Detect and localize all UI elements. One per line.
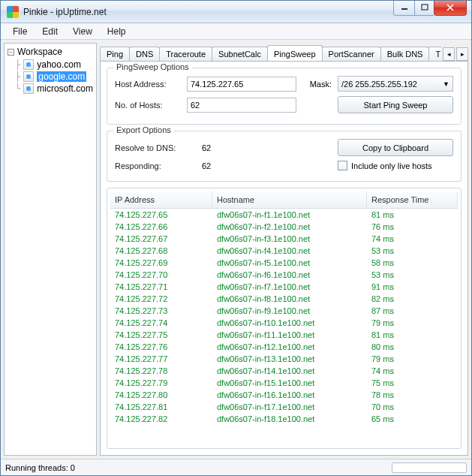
tab-scroll-left[interactable]: ◂ — [443, 47, 455, 61]
table-row[interactable]: 74.125.227.76dfw06s07-in-f12.1e100.net80… — [110, 341, 458, 353]
cell-response-time: 80 ms — [367, 342, 458, 352]
cell-hostname: dfw06s07-in-f6.1e100.net — [212, 270, 367, 280]
tabstrip: PingDNSTracerouteSubnetCalcPingSweepPort… — [100, 43, 468, 61]
cell-ip: 74.125.227.77 — [110, 354, 212, 364]
menu-help[interactable]: Help — [100, 23, 134, 39]
host-address-input[interactable] — [187, 77, 296, 92]
cell-ip: 74.125.227.65 — [110, 209, 212, 220]
cell-ip: 74.125.227.75 — [110, 330, 212, 340]
cell-hostname: dfw06s07-in-f3.1e100.net — [212, 233, 367, 244]
table-row[interactable]: 74.125.227.71dfw06s07-in-f7.1e100.net91 … — [110, 281, 458, 293]
table-row[interactable]: 74.125.227.80dfw06s07-in-f16.1e100.net78… — [110, 389, 458, 401]
tab-traceroute[interactable]: Traceroute — [159, 47, 212, 61]
tab-dns[interactable]: DNS — [129, 47, 160, 61]
cell-hostname: dfw06s07-in-f1.1e100.net — [212, 209, 367, 220]
column-hostname[interactable]: Hostname — [212, 191, 367, 208]
column-ip[interactable]: IP Address — [110, 191, 212, 208]
cell-response-time: 78 ms — [367, 390, 458, 400]
svg-rect-1 — [422, 5, 428, 10]
copy-to-clipboard-button[interactable]: Copy to Clipboard — [338, 139, 453, 156]
tree-item[interactable]: ├yahoo.com — [5, 59, 96, 71]
table-row[interactable]: 74.125.227.78dfw06s07-in-f14.1e100.net74… — [110, 365, 458, 377]
menubar: File Edit View Help — [1, 23, 471, 40]
include-only-live-hosts-checkbox[interactable]: Include only live hosts — [338, 161, 453, 170]
table-row[interactable]: 74.125.227.73dfw06s07-in-f9.1e100.net87 … — [110, 305, 458, 317]
table-row[interactable]: 74.125.227.81dfw06s07-in-f17.1e100.net70… — [110, 401, 458, 413]
table-row[interactable]: 74.125.227.75dfw06s07-in-f11.1e100.net81… — [110, 329, 458, 341]
minimize-button[interactable] — [393, 1, 414, 16]
cell-hostname: dfw06s07-in-f14.1e100.net — [212, 366, 367, 376]
collapse-icon[interactable]: – — [8, 49, 14, 56]
cell-hostname: dfw06s07-in-f10.1e100.net — [212, 318, 367, 328]
tree-item-label: microsoft.com — [37, 83, 93, 94]
table-row[interactable]: 74.125.227.66dfw06s07-in-f2.1e100.net76 … — [110, 221, 458, 233]
tab-tftp s[interactable]: TFTP S — [428, 47, 441, 61]
table-row[interactable]: 74.125.227.67dfw06s07-in-f3.1e100.net74 … — [110, 233, 458, 245]
tree-item[interactable]: ├google.com — [5, 71, 96, 83]
maximize-button[interactable] — [414, 1, 434, 16]
cell-hostname: dfw06s07-in-f5.1e100.net — [212, 258, 367, 268]
cell-response-time: 81 ms — [367, 209, 458, 220]
results-scroll[interactable]: 74.125.227.65dfw06s07-in-f1.1e100.net81 … — [110, 209, 458, 445]
export-options-group: Export Options Resolve to DNS: 62 Copy t… — [107, 131, 461, 182]
menu-view[interactable]: View — [65, 23, 100, 39]
group-legend: Export Options — [113, 125, 174, 134]
table-row[interactable]: 74.125.227.77dfw06s07-in-f13.1e100.net79… — [110, 353, 458, 365]
running-threads-label: Running threads: 0 — [5, 463, 75, 472]
cell-ip: 74.125.227.73 — [110, 306, 212, 316]
cell-hostname: dfw06s07-in-f12.1e100.net — [212, 342, 367, 352]
close-button[interactable] — [434, 1, 467, 16]
cell-response-time: 53 ms — [367, 270, 458, 280]
tab-bulk dns[interactable]: Bulk DNS — [380, 47, 430, 61]
resolve-to-dns-label: Resolve to DNS: — [115, 143, 196, 152]
tab-ping[interactable]: Ping — [100, 47, 130, 61]
menu-edit[interactable]: Edit — [35, 23, 65, 39]
no-of-hosts-label: No. of Hosts: — [115, 101, 181, 110]
cell-response-time: 91 ms — [367, 282, 458, 292]
host-icon — [23, 83, 34, 94]
titlebar[interactable]: Pinkie - ipUptime.net — [1, 1, 471, 23]
cell-ip: 74.125.227.72 — [110, 294, 212, 304]
statusbar: Running threads: 0 — [1, 459, 471, 475]
no-of-hosts-input[interactable] — [187, 98, 296, 113]
tree-root[interactable]: – Workspace — [5, 45, 96, 59]
tab-subnetcalc[interactable]: SubnetCalc — [212, 47, 268, 61]
cell-hostname: dfw06s07-in-f17.1e100.net — [212, 402, 367, 412]
menu-file[interactable]: File — [5, 23, 35, 39]
table-row[interactable]: 74.125.227.72dfw06s07-in-f8.1e100.net82 … — [110, 293, 458, 305]
cell-ip: 74.125.227.66 — [110, 221, 212, 232]
app-icon — [7, 6, 19, 18]
responding-label: Responding: — [115, 161, 196, 170]
cell-ip: 74.125.227.69 — [110, 258, 212, 268]
table-row[interactable]: 74.125.227.69dfw06s07-in-f5.1e100.net58 … — [110, 257, 458, 269]
tab-portscanner[interactable]: PortScanner — [322, 47, 381, 61]
table-row[interactable]: 74.125.227.82dfw06s07-in-f18.1e100.net65… — [110, 413, 458, 425]
results-table: IP Address Hostname Response Time 74.125… — [107, 188, 461, 449]
host-address-label: Host Address: — [115, 80, 181, 89]
group-legend: PingSweep Options — [113, 62, 192, 71]
cell-hostname: dfw06s07-in-f11.1e100.net — [212, 330, 367, 340]
tab-pingsweep[interactable]: PingSweep — [267, 45, 323, 61]
column-response-time[interactable]: Response Time — [367, 191, 458, 208]
table-row[interactable]: 74.125.227.70dfw06s07-in-f6.1e100.net53 … — [110, 269, 458, 281]
table-row[interactable]: 74.125.227.65dfw06s07-in-f1.1e100.net81 … — [110, 209, 458, 221]
tab-scroll-right[interactable]: ▸ — [456, 47, 468, 61]
table-row[interactable]: 74.125.227.74dfw06s07-in-f10.1e100.net79… — [110, 317, 458, 329]
tree-item[interactable]: └microsoft.com — [5, 83, 96, 95]
cell-hostname: dfw06s07-in-f18.1e100.net — [212, 414, 367, 424]
cell-hostname: dfw06s07-in-f2.1e100.net — [212, 221, 367, 232]
table-row[interactable]: 74.125.227.79dfw06s07-in-f15.1e100.net75… — [110, 377, 458, 389]
cell-response-time: 74 ms — [367, 233, 458, 244]
resolve-to-dns-value: 62 — [202, 143, 311, 152]
cell-hostname: dfw06s07-in-f8.1e100.net — [212, 294, 367, 304]
start-ping-sweep-button[interactable]: Start Ping Sweep — [338, 96, 453, 113]
cell-ip: 74.125.227.79 — [110, 378, 212, 388]
table-header: IP Address Hostname Response Time — [110, 191, 458, 209]
table-row[interactable]: 74.125.227.68dfw06s07-in-f4.1e100.net53 … — [110, 245, 458, 257]
cell-response-time: 79 ms — [367, 354, 458, 364]
tree-item-label: google.com — [37, 71, 86, 82]
main-pane: PingDNSTracerouteSubnetCalcPingSweepPort… — [100, 43, 468, 456]
cell-ip: 74.125.227.76 — [110, 342, 212, 352]
progress-bar — [392, 462, 467, 473]
mask-select[interactable]: /26 255.255.255.192 ▼ — [338, 76, 453, 92]
